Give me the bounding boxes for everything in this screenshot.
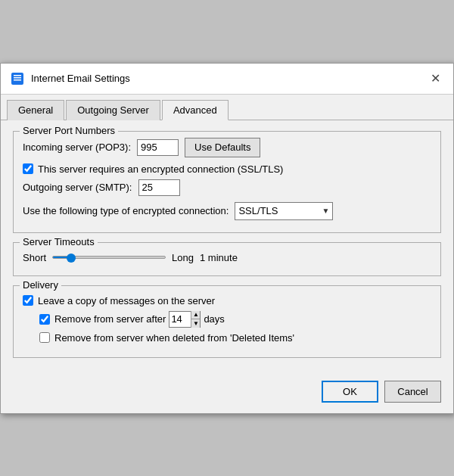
svg-rect-2 — [14, 79, 21, 81]
connection-type-select[interactable]: SSL/TLS ▼ — [235, 202, 333, 220]
remove-deleted-row: Remove from server when deleted from 'De… — [39, 332, 431, 344]
long-label: Long — [172, 252, 194, 263]
tab-outgoing-server[interactable]: Outgoing Server — [66, 100, 160, 120]
incoming-server-row: Incoming server (POP3): Use Defaults — [23, 138, 431, 157]
slider-thumb[interactable] — [67, 254, 76, 263]
remove-after-checkbox[interactable] — [39, 314, 50, 325]
incoming-server-input[interactable] — [137, 139, 179, 156]
incoming-server-label: Incoming server (POP3): — [23, 142, 131, 153]
outgoing-server-input[interactable] — [138, 179, 180, 196]
remove-after-row: Remove from server after ▲ ▼ days — [39, 311, 431, 328]
connection-type-value: SSL/TLS — [238, 205, 278, 216]
svg-rect-0 — [11, 73, 23, 85]
remove-after-label: Remove from server after — [54, 313, 166, 325]
short-label: Short — [23, 252, 46, 263]
use-defaults-button[interactable]: Use Defaults — [185, 138, 260, 157]
tab-general[interactable]: General — [7, 100, 64, 120]
tab-bar: General Outgoing Server Advanced — [1, 95, 453, 120]
timeout-row: Short Long 1 minute — [23, 249, 431, 266]
svg-rect-1 — [14, 77, 21, 79]
cancel-button[interactable]: Cancel — [384, 381, 441, 403]
server-port-section: Server Port Numbers Incoming server (POP… — [13, 131, 441, 233]
ok-button[interactable]: OK — [322, 381, 378, 403]
leave-copy-checkbox[interactable] — [23, 295, 33, 306]
delivery-section: Delivery Leave a copy of messages on the… — [13, 285, 441, 358]
timeout-slider-track[interactable] — [52, 256, 166, 259]
days-label: days — [204, 313, 224, 325]
dropdown-arrow-icon: ▼ — [322, 207, 330, 215]
connection-type-label: Use the following type of encrypted conn… — [23, 205, 229, 216]
outgoing-server-label: Outgoing server (SMTP): — [23, 182, 132, 193]
outgoing-server-row: Outgoing server (SMTP): — [23, 179, 431, 196]
remove-deleted-label: Remove from server when deleted from 'De… — [54, 332, 294, 344]
connection-type-row: Use the following type of encrypted conn… — [23, 202, 431, 220]
spinner-arrows: ▲ ▼ — [191, 311, 200, 328]
days-spinner: ▲ ▼ — [169, 311, 201, 328]
dialog-title: Internet Email Settings — [31, 73, 426, 84]
server-timeouts-title: Server Timeouts — [20, 236, 98, 247]
ssl-checkbox-row: This server requires an encrypted connec… — [23, 163, 431, 175]
server-port-title: Server Port Numbers — [20, 125, 118, 136]
ssl-checkbox-label: This server requires an encrypted connec… — [38, 163, 283, 175]
remove-deleted-checkbox[interactable] — [39, 332, 50, 343]
delivery-title: Delivery — [20, 279, 61, 291]
ssl-checkbox[interactable] — [23, 163, 33, 174]
footer: OK Cancel — [1, 375, 453, 413]
timeout-time-label: 1 minute — [200, 252, 238, 263]
spinner-down-button[interactable]: ▼ — [191, 319, 200, 328]
svg-rect-3 — [14, 75, 21, 76]
dialog: Internet Email Settings ✕ General Outgoi… — [0, 63, 454, 414]
leave-copy-row: Leave a copy of messages on the server — [23, 295, 431, 306]
dialog-icon — [10, 71, 25, 86]
close-button[interactable]: ✕ — [426, 70, 444, 88]
title-bar: Internet Email Settings ✕ — [1, 64, 453, 95]
leave-copy-label: Leave a copy of messages on the server — [38, 295, 215, 306]
tab-advanced[interactable]: Advanced — [162, 100, 229, 120]
delivery-inner: Leave a copy of messages on the server R… — [23, 295, 431, 344]
content-area: Server Port Numbers Incoming server (POP… — [1, 120, 453, 375]
spinner-up-button[interactable]: ▲ — [191, 311, 200, 320]
days-input[interactable] — [169, 312, 191, 327]
server-timeouts-section: Server Timeouts Short Long 1 minute — [13, 242, 441, 276]
